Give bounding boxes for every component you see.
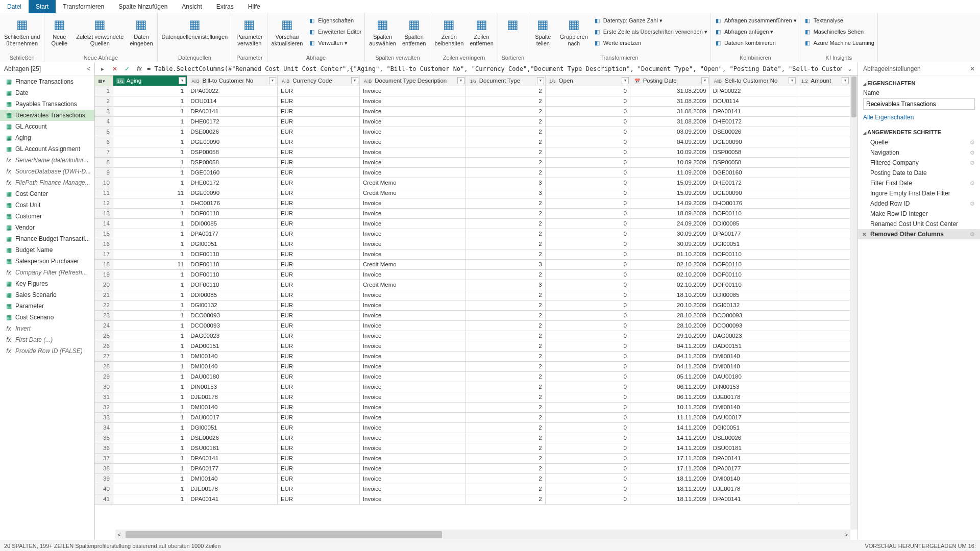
query-item[interactable]: ▦Customer <box>0 211 94 222</box>
ribbon-abfragen-zusammenf-hren-[interactable]: ◧Abfragen zusammenführen ▾ <box>714 15 797 26</box>
column-header[interactable]: AͨBSell-to Customer No▾ <box>709 76 797 86</box>
table-row[interactable]: 171DOF00110EURInvoice2001.10.2009DOF0011… <box>95 249 850 259</box>
query-item[interactable]: fxSourceDatabase (DWH-D... <box>0 166 94 177</box>
scroll-left-icon[interactable]: < <box>115 531 124 539</box>
table-row[interactable]: 341DGI00051EURInvoice2014.11.2009DGI0005… <box>95 422 850 433</box>
table-row[interactable]: 161DGI00051EURInvoice2030.09.2009DGI0005… <box>95 239 850 249</box>
table-row[interactable]: 71DSP00058EURInvoice2010.09.2009DSP00058 <box>95 147 850 157</box>
column-header[interactable]: 📅Posting Date▾ <box>630 76 709 86</box>
table-row[interactable]: 401DJE00178EURInvoice2018.11.2009DJE0017… <box>95 484 850 494</box>
table-row[interactable]: 1811DOF00110EURCredit Memo3002.10.2009DO… <box>95 259 850 269</box>
filter-icon[interactable]: ▾ <box>351 77 358 84</box>
ribbon-parameter[interactable]: ▦Parameter verwalten <box>235 15 263 48</box>
table-row[interactable]: 241DCO00093EURInvoice2028.10.2009DCO0009… <box>95 320 850 331</box>
applied-step[interactable]: Posting Date to Date <box>858 168 980 178</box>
table-row[interactable]: 331DAU00017EURInvoice2011.11.2009DAU0001… <box>95 412 850 422</box>
table-row[interactable]: 11DPA00022EURInvoice2031.08.2009DPA00022 <box>95 86 850 96</box>
ribbon-spalten[interactable]: ▦Spalten entfernen <box>401 15 427 48</box>
name-input[interactable] <box>863 98 975 110</box>
ribbon-daten[interactable]: ▦Daten eingeben <box>129 15 154 48</box>
filter-icon[interactable]: ▾ <box>789 77 796 84</box>
applied-step[interactable]: Ingore Empty First Date Filter <box>858 188 980 198</box>
table-row[interactable]: 61DGE00090EURInvoice2004.09.2009DGE00090 <box>95 137 850 147</box>
table-row[interactable]: 81DSP00058EURInvoice2010.09.2009DSP00058 <box>95 157 850 167</box>
column-header[interactable]: AͨBDocument Type Description▾ <box>359 76 465 86</box>
column-header[interactable]: 1²₃Open▾ <box>545 76 630 86</box>
applied-step[interactable]: Filtered Company⚙ <box>858 158 980 168</box>
ribbon-datenquelleneinstellungen[interactable]: ▦Datenquelleneinstellungen <box>161 15 229 41</box>
table-row[interactable]: 101DHE00172EURCredit Memo3015.09.2009DHE… <box>95 178 850 188</box>
query-item[interactable]: fxProvide Row ID (FALSE) <box>0 345 94 357</box>
formula-input[interactable]: = Table.SelectColumns(#"Renamed Cost Uni… <box>147 65 842 72</box>
menu-transformieren[interactable]: Transformieren <box>56 0 111 13</box>
gear-icon[interactable]: ⚙ <box>970 149 975 156</box>
close-icon[interactable]: ✕ <box>970 65 975 72</box>
gear-icon[interactable]: ⚙ <box>970 139 975 146</box>
applied-step[interactable]: Quelle⚙ <box>858 137 980 147</box>
table-row[interactable]: 221DGI00132EURInvoice2020.10.2009DGI0013… <box>95 300 850 310</box>
table-row[interactable]: 151DPA00177EURInvoice2030.09.2009DPA0017… <box>95 229 850 239</box>
applied-step[interactable]: Added Row ID⚙ <box>858 198 980 209</box>
accept-icon[interactable]: ✓ <box>122 64 132 73</box>
table-row[interactable]: 21DOU0114EURInvoice2031.08.2009DOU0114 <box>95 96 850 106</box>
filter-icon[interactable]: ▾ <box>179 77 186 84</box>
query-item[interactable]: ▦Finance Transactions <box>0 76 94 87</box>
query-item[interactable]: fxCompany Filter (Refresh... <box>0 267 94 278</box>
ribbon-spalten[interactable]: ▦Spalten auswählen <box>368 15 397 48</box>
query-item[interactable]: ▦Cost Center <box>0 188 94 199</box>
table-row[interactable]: 131DOF00110EURInvoice2018.09.2009DOF0011… <box>95 208 850 218</box>
column-header[interactable]: AͨBCurrency Code▾ <box>277 76 359 86</box>
ribbon-werte-ersetzen[interactable]: ◧Werte ersetzen <box>593 38 707 48</box>
filter-icon[interactable]: ▾ <box>269 77 276 84</box>
table-row[interactable]: 31DPA00141EURInvoice2031.08.2009DPA00141 <box>95 106 850 116</box>
query-item[interactable]: ▦Sales Scenario <box>0 289 94 300</box>
applied-step[interactable]: Navigation⚙ <box>858 147 980 158</box>
query-item[interactable]: fxServerName (datenkultur... <box>0 155 94 166</box>
table-row[interactable]: 291DAU00180EURInvoice2005.11.2009DAU0018… <box>95 371 850 382</box>
table-corner[interactable]: ▦▾ <box>95 76 113 86</box>
ribbon-zeilen[interactable]: ▦Zeilen beibehalten <box>433 15 464 48</box>
column-header[interactable]: 1²₃Document Type▾ <box>465 76 545 86</box>
query-item[interactable]: fxFilePath Finance Manage... <box>0 177 94 188</box>
ribbon-azure-machine-learning[interactable]: ◧Azure Machine Learning <box>803 38 874 48</box>
table-row[interactable]: 301DIN00153EURInvoice2006.11.2009DIN0015… <box>95 382 850 392</box>
query-item[interactable]: ▦Parameter <box>0 300 94 312</box>
query-item[interactable]: ▦GL Account Assignment <box>0 143 94 155</box>
gear-icon[interactable]: ⚙ <box>970 201 975 207</box>
query-item[interactable]: ▦Aging <box>0 132 94 143</box>
table-row[interactable]: 211DDI00085EURInvoice2018.10.2009DDI0008… <box>95 290 850 300</box>
cancel-icon[interactable]: ✕ <box>110 64 119 73</box>
all-properties-link[interactable]: Alle Eigenschaften <box>858 113 980 125</box>
table-row[interactable]: 361DSU00181EURInvoice2014.11.2009DSU0018… <box>95 443 850 453</box>
ribbon-schlie-en-und[interactable]: ▦Schließen und übernehmen <box>3 15 41 48</box>
table-row[interactable]: 51DSE00026EURInvoice2003.09.2009DSE00026 <box>95 127 850 137</box>
table-row[interactable]: 191DOF00110EURInvoice2002.10.2009DOF0011… <box>95 269 850 280</box>
filter-icon[interactable]: ▾ <box>842 77 849 84</box>
query-item[interactable]: ▦Key Figures <box>0 278 94 289</box>
filter-icon[interactable]: ▾ <box>622 77 629 84</box>
ribbon-eigenschaften[interactable]: ◧Eigenschaften <box>308 15 361 26</box>
menu-spalte-hinzufügen[interactable]: Spalte hinzufügen <box>111 0 175 13</box>
ribbon-sort[interactable]: ▦ <box>501 15 525 35</box>
ribbon-abfragen-anf-gen-[interactable]: ◧Abfragen anfügen ▾ <box>714 27 797 37</box>
nav-icon[interactable]: ▸ <box>98 64 107 73</box>
filter-icon[interactable]: ▾ <box>537 77 544 84</box>
column-header[interactable]: 1.2Amount▾ <box>797 76 850 86</box>
ribbon-maschinelles-sehen[interactable]: ◧Maschinelles Sehen <box>803 27 874 37</box>
query-item[interactable]: ▦Payables Transactions <box>0 98 94 110</box>
query-item[interactable]: ▦Receivables Transactions <box>0 110 94 121</box>
table-row[interactable]: 351DSE00026EURInvoice2014.11.2009DSE0002… <box>95 433 850 443</box>
gear-icon[interactable]: ⚙ <box>970 231 975 238</box>
table-row[interactable]: 201DOF00110EURCredit Memo3002.10.2009DOF… <box>95 280 850 290</box>
table-row[interactable]: 321DMI00140EURInvoice2010.11.2009DMI0014… <box>95 402 850 412</box>
ribbon-vorschau[interactable]: ▦Vorschau aktualisieren <box>271 15 304 48</box>
query-item[interactable]: fxInvert <box>0 323 94 334</box>
gear-icon[interactable]: ⚙ <box>970 180 975 187</box>
hscrollbar[interactable]: < > <box>115 530 850 540</box>
table-row[interactable]: 1111DGE00090EURCredit Memo3015.09.2009DG… <box>95 188 850 198</box>
query-item[interactable]: ▦Date <box>0 87 94 98</box>
table-row[interactable]: 271DMI00140EURInvoice2004.11.2009DMI0014… <box>95 351 850 361</box>
ribbon-spalte[interactable]: ▦Spalte teilen <box>531 15 555 48</box>
query-item[interactable]: ▦Budget Name <box>0 244 94 256</box>
menu-hilfe[interactable]: Hilfe <box>241 0 267 13</box>
